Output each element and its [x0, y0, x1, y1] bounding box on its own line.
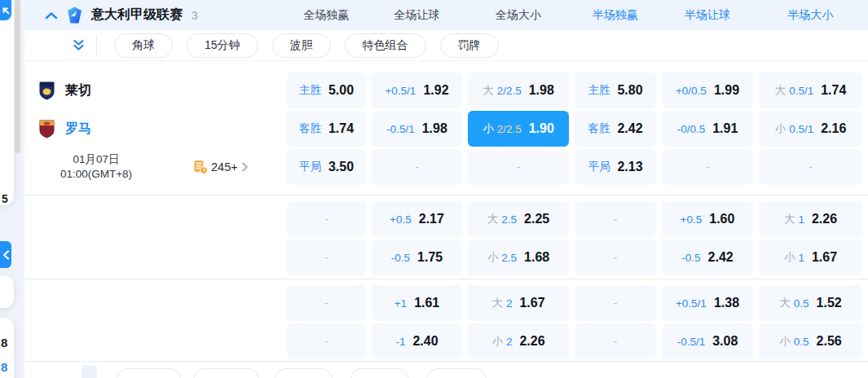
next-section-pill	[275, 368, 333, 378]
next-section-pill	[193, 368, 259, 378]
odds-label: -0.5/1	[386, 123, 415, 135]
odds-value: 1.60	[709, 212, 734, 226]
odds-cell[interactable]: 平局3.50	[287, 149, 366, 185]
odds-cell[interactable]: 大2.52.25	[468, 201, 569, 237]
dash: -	[324, 297, 328, 310]
odds-cell[interactable]: +11.61	[372, 285, 462, 321]
odds-cell-empty: -	[759, 149, 862, 185]
odds-label: -0/0.5	[677, 123, 706, 135]
odds-label: 大	[482, 83, 494, 98]
column-header-ht-overunder[interactable]: 半场大小	[759, 8, 862, 23]
odds-line: 1	[798, 213, 804, 226]
odds-cell[interactable]: 客胜1.74	[287, 111, 366, 147]
league-match-count: 3	[192, 9, 198, 22]
odds-cell[interactable]: 大21.67	[468, 285, 569, 321]
odds-cell[interactable]: -0.52.42	[662, 240, 753, 275]
odds-cell[interactable]: 小2.51.68	[468, 240, 569, 275]
odds-cell[interactable]: 大2/2.51.98	[468, 73, 569, 108]
expand-more-button[interactable]	[72, 38, 86, 52]
odds-label: 主胜	[588, 83, 610, 98]
next-section-pill	[117, 368, 181, 378]
tab-cards[interactable]: 罚牌	[440, 33, 499, 58]
odds-cell[interactable]: 小0.52.56	[759, 323, 862, 359]
odds-label: +0.5/1	[385, 85, 416, 97]
odds-line: 2	[506, 336, 513, 348]
odds-value: 3.50	[328, 160, 354, 174]
collapse-top-button[interactable]	[0, 0, 11, 20]
odds-line: 0.5	[794, 336, 809, 348]
dash: -	[415, 160, 419, 174]
team-row-home[interactable]: 莱切	[24, 73, 281, 108]
odds-value: 1.38	[714, 296, 739, 310]
left-rail: 5 8 8	[0, 0, 24, 378]
column-header-ft-handicap[interactable]: 全场让球	[372, 8, 462, 23]
odds-value: 2.25	[524, 212, 549, 226]
scrollbar-thumb[interactable]	[15, 0, 20, 153]
odds-cell[interactable]: +0.51.60	[662, 201, 753, 237]
collapse-panel-button[interactable]	[0, 241, 11, 268]
odds-line: 0.5	[794, 297, 809, 310]
column-header-ft-1x2[interactable]: 全场独赢	[287, 8, 366, 23]
odds-value: 3.08	[712, 334, 738, 349]
odds-value: 1.74	[821, 83, 846, 98]
odds-cell[interactable]: -0/0.51.91	[662, 111, 753, 147]
odds-cell[interactable]: 小22.26	[468, 323, 569, 359]
adjacent-card	[0, 275, 14, 308]
odds-cell[interactable]: +0.52.17	[372, 201, 462, 237]
column-header-ft-overunder[interactable]: 全场大小	[468, 8, 569, 23]
odds-cell[interactable]: 平局2.13	[575, 149, 656, 185]
tab-15min[interactable]: 15分钟	[187, 33, 258, 58]
odds-cell[interactable]: 小0.5/12.16	[759, 111, 862, 147]
odds-label: 客胜	[299, 121, 321, 136]
odds-label: 小	[491, 334, 503, 349]
odds-label: -0.5/1	[677, 336, 706, 348]
odds-value: 1.98	[422, 121, 447, 136]
odds-cell[interactable]: -0.5/13.08	[662, 323, 753, 359]
next-section-pill	[350, 368, 409, 378]
league-info: 意大利甲级联赛 3	[24, 7, 281, 24]
odds-cell-empty: -	[287, 201, 366, 237]
chevron-left-icon	[2, 250, 10, 260]
odds-cell[interactable]: 主胜5.00	[287, 73, 366, 108]
markets-icon	[193, 160, 208, 174]
odds-cell[interactable]: +0.5/11.38	[662, 285, 753, 321]
odds-value: 2.16	[821, 121, 846, 136]
odds-line: 2.5	[501, 213, 517, 226]
submarket-tabs: 角球 15分钟 波胆 特色组合 罚牌	[24, 30, 868, 61]
odds-label: 小	[482, 121, 494, 136]
odds-value: 1.61	[414, 296, 439, 310]
odds-cell[interactable]: 客胜2.42	[575, 111, 656, 147]
collapse-league-button[interactable]	[45, 11, 58, 20]
odds-cell[interactable]: 小11.67	[759, 240, 862, 275]
odds-cell[interactable]: -0.5/11.98	[372, 111, 462, 147]
odds-cell-empty: -	[287, 323, 366, 359]
tab-corners[interactable]: 角球	[114, 33, 173, 58]
odds-cell[interactable]: 大0.51.52	[759, 285, 862, 321]
tab-correct-score[interactable]: 波胆	[272, 33, 331, 58]
odds-cell[interactable]: 大0.5/11.74	[759, 73, 862, 108]
odds-value: 2.42	[708, 250, 734, 265]
odds-label: 平局	[588, 160, 610, 174]
odds-value: 2.56	[817, 334, 842, 349]
column-header-ht-handicap[interactable]: 半场让球	[662, 8, 753, 23]
arrow-up-left-icon	[2, 7, 10, 15]
odds-cell[interactable]: 大12.26	[759, 201, 862, 237]
match-datetime: 01月07日 01:00(GMT+8)	[45, 152, 148, 182]
odds-cell[interactable]: -0.51.75	[372, 240, 462, 275]
odds-cell-empty: -	[575, 323, 656, 359]
team-row-away[interactable]: 罗马	[24, 111, 281, 147]
odds-cell[interactable]: +0.5/11.92	[372, 73, 462, 108]
odds-value: 2.42	[617, 121, 642, 136]
column-header-ht-1x2[interactable]: 半场独赢	[575, 8, 656, 23]
odds-line: 0.5/1	[789, 85, 813, 97]
odds-cell[interactable]: 主胜5.80	[575, 73, 656, 108]
odds-cell-selected[interactable]: 小2/2.51.90	[468, 111, 569, 147]
adjacent-card	[0, 0, 14, 205]
odds-cell[interactable]: +0/0.51.99	[662, 73, 753, 108]
odds-cell[interactable]: -12.40	[372, 323, 462, 359]
more-markets-link[interactable]: 245+	[193, 160, 249, 174]
tab-specials[interactable]: 特色组合	[345, 33, 426, 58]
odds-line: 0.5/1	[789, 123, 813, 135]
odds-cell-empty: -	[575, 201, 656, 237]
dash: -	[614, 251, 618, 264]
